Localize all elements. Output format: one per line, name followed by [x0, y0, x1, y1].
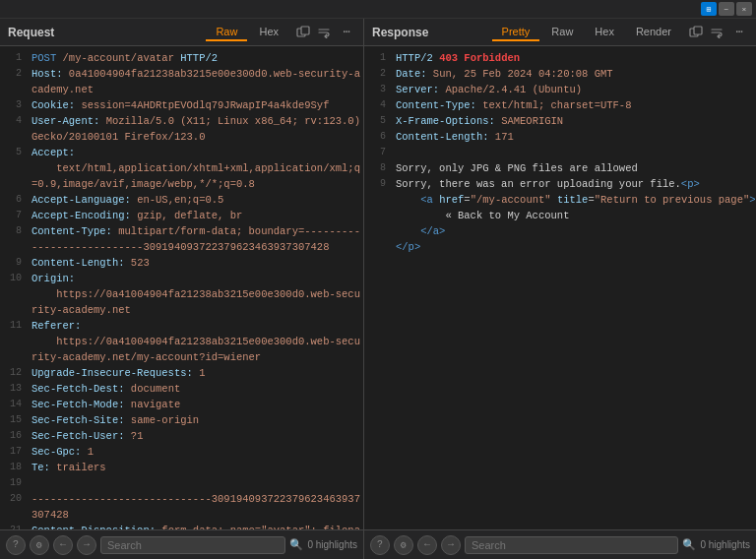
search-input-left[interactable]: [100, 536, 285, 554]
code-line: 5 Accept: text/html,application/xhtml+xm…: [0, 145, 363, 192]
code-line: 7 Accept-Encoding: gzip, deflate, br: [0, 208, 363, 223]
code-line: 3 Cookie: session=4AHDRtpEVOdlq79JRwapIP…: [0, 97, 363, 113]
copy-icon[interactable]: [687, 24, 705, 41]
response-panel: Response Pretty Raw Hex Render: [364, 19, 756, 529]
code-line: 11 Referer: https://0a41004904fa21238ab3…: [0, 318, 363, 365]
minimize-icon[interactable]: −: [719, 2, 734, 16]
back-btn[interactable]: ←: [53, 535, 73, 555]
settings-btn[interactable]: ⚙: [30, 535, 49, 555]
request-code[interactable]: 1 POST /my-account/avatar HTTP/2 2 Host:…: [0, 46, 363, 529]
code-line: 19: [0, 475, 363, 491]
code-line: 6 Accept-Language: en-US,en;q=0.5: [0, 192, 363, 208]
tab-render[interactable]: Render: [626, 24, 681, 41]
request-title: Request: [8, 26, 54, 39]
back-btn-right[interactable]: ←: [417, 535, 437, 555]
response-icons: ⋯: [687, 24, 748, 41]
dots-icon[interactable]: ⋯: [338, 24, 355, 41]
request-panel: Request Raw Hex: [0, 19, 364, 529]
code-line: 5 X-Frame-Options: SAMEORIGIN: [364, 113, 756, 129]
svg-rect-1: [301, 27, 309, 34]
code-line: 10 Origin: https://0a41004904fa21238ab32…: [0, 271, 363, 318]
question-btn-right[interactable]: ?: [370, 535, 390, 555]
dots-icon-right[interactable]: ⋯: [730, 24, 748, 41]
code-line: 2 Date: Sun, 25 Feb 2024 04:20:08 GMT: [364, 66, 756, 82]
question-btn[interactable]: ?: [6, 535, 26, 555]
code-line: 18 Te: trailers: [0, 460, 363, 475]
code-line: 9 Content-Length: 523: [0, 255, 363, 271]
request-header: Request Raw Hex: [0, 19, 363, 46]
code-line: 4 Content-Type: text/html; charset=UTF-8: [364, 97, 756, 113]
code-line: 4 User-Agent: Mozilla/5.0 (X11; Linux x8…: [0, 113, 363, 145]
bottom-bar: ? ⚙ ← → 🔍 0 highlights ? ⚙ ← → 🔍 0 highl…: [0, 529, 756, 559]
code-line: 16 Sec-Fetch-User: ?1: [0, 428, 363, 444]
code-line: 9 Sorry, there was an error uploading yo…: [364, 176, 756, 192]
code-line: </p>: [364, 239, 756, 255]
forward-btn[interactable]: →: [77, 535, 96, 555]
tab-hex-left[interactable]: Hex: [249, 24, 288, 41]
wrap-icon-right[interactable]: [709, 24, 726, 41]
response-title: Response: [372, 26, 428, 39]
code-line: 20 -----------------------------30919409…: [0, 491, 363, 523]
settings-btn-right[interactable]: ⚙: [394, 535, 413, 555]
code-line: 1 POST /my-account/avatar HTTP/2: [0, 50, 363, 66]
svg-rect-3: [694, 27, 702, 34]
code-line: <a href="/my-account" title="Return to p…: [364, 192, 756, 208]
response-code[interactable]: 1 HTTP/2 403 Forbidden 2 Date: Sun, 25 F…: [364, 46, 756, 529]
tab-raw-right[interactable]: Raw: [541, 24, 583, 41]
window-controls[interactable]: ⊞ − ×: [701, 2, 752, 16]
response-tabs: Pretty Raw Hex Render: [492, 24, 681, 41]
main-content: Request Raw Hex: [0, 19, 756, 529]
code-line: 17 Sec-Gpc: 1: [0, 444, 363, 460]
grid-icon[interactable]: ⊞: [701, 2, 717, 16]
code-line: </a>: [364, 223, 756, 239]
code-line: 13 Sec-Fetch-Dest: document: [0, 381, 363, 397]
code-line: 21 Content-Disposition: form-data; name=…: [0, 523, 363, 529]
tab-raw-left[interactable]: Raw: [206, 24, 247, 41]
code-line: 8 Content-Type: multipart/form-data; bou…: [0, 223, 363, 255]
wrap-icon[interactable]: [316, 24, 334, 41]
top-toolbar: ⊞ − ×: [0, 0, 756, 19]
search-icon-right: 🔍: [682, 538, 696, 551]
bottom-right-panel: ? ⚙ ← → 🔍 0 highlights: [364, 530, 756, 559]
request-icons: ⋯: [294, 24, 355, 41]
tab-pretty[interactable]: Pretty: [492, 24, 540, 41]
close-icon[interactable]: ×: [736, 2, 752, 16]
request-tabs: Raw Hex: [206, 24, 288, 41]
tab-hex-right[interactable]: Hex: [585, 24, 624, 41]
code-line: « Back to My Account: [364, 208, 756, 223]
code-line: 12 Upgrade-Insecure-Requests: 1: [0, 365, 363, 381]
code-line: 7: [364, 145, 756, 160]
search-input-right[interactable]: [465, 536, 678, 554]
highlights-label-right: 0 highlights: [700, 539, 750, 550]
forward-btn-right[interactable]: →: [441, 535, 461, 555]
response-header: Response Pretty Raw Hex Render: [364, 19, 756, 46]
search-icon-left: 🔍: [289, 538, 303, 551]
highlights-label-left: 0 highlights: [307, 539, 357, 550]
code-line: 14 Sec-Fetch-Mode: navigate: [0, 397, 363, 412]
code-line: 15 Sec-Fetch-Site: same-origin: [0, 412, 363, 428]
code-line: 1 HTTP/2 403 Forbidden: [364, 50, 756, 66]
code-line: 2 Host: 0a41004904fa21238ab3215e00e300d0…: [0, 66, 363, 97]
code-line: 6 Content-Length: 171: [364, 129, 756, 145]
send-to-icon[interactable]: [294, 24, 312, 41]
bottom-left-panel: ? ⚙ ← → 🔍 0 highlights: [0, 530, 364, 559]
code-line: 3 Server: Apache/2.4.41 (Ubuntu): [364, 82, 756, 97]
code-line: 8 Sorry, only JPG & PNG files are allowe…: [364, 160, 756, 176]
